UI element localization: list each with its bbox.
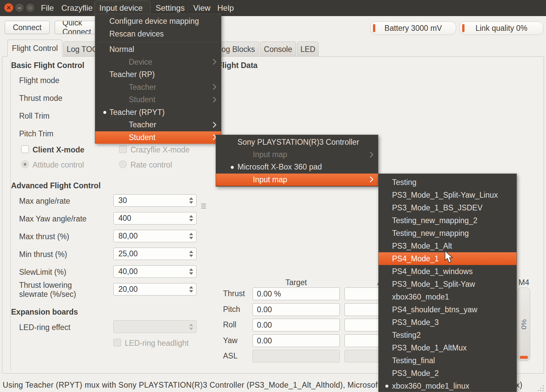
advanced-row-spinbox[interactable]: 25,00 xyxy=(113,248,197,260)
menu-item-ps3-mode-1-split-yaw[interactable]: PS3_Mode_1_Split-Yaw xyxy=(379,278,516,290)
menu-item-student[interactable]: Student xyxy=(95,131,221,144)
menu-item-microsoft-x-box-360-pad[interactable]: Microsoft X-Box 360 pad xyxy=(216,161,378,173)
input-device-menu: Configure device mappingRescan devicesNo… xyxy=(95,13,221,143)
menu-item-label: Teacher (RPYT) xyxy=(109,108,165,117)
menu-item-sony-playstation-r-3-controller[interactable]: Sony PLAYSTATION(R)3 Controller xyxy=(216,136,378,148)
roll-trim-label: Roll Trim xyxy=(19,112,50,121)
close-icon[interactable]: ✕ xyxy=(4,3,13,12)
flight-data-heading: Flight Data xyxy=(218,61,258,70)
selected-bullet-icon xyxy=(103,111,106,114)
menu-item-testing-final[interactable]: Testing_final xyxy=(379,354,516,367)
spin-up-icon[interactable] xyxy=(189,286,193,288)
spin-down-icon[interactable] xyxy=(189,219,193,221)
advanced-row-label: Max angle/rate xyxy=(19,197,70,206)
spin-up-icon[interactable] xyxy=(189,233,193,235)
flight-mode-label: Flight mode xyxy=(19,76,59,85)
menu-item-configure-device-mapping[interactable]: Configure device mapping xyxy=(95,15,221,28)
menu-item-label: Rescan devices xyxy=(109,29,164,39)
menu-item-teacher-rp-[interactable]: Teacher (RP) xyxy=(95,68,221,81)
menu-item-label: Input map xyxy=(253,175,287,184)
menu-item-testing-new-mapping[interactable]: Testing_new_mapping xyxy=(379,227,516,240)
spin-up-icon[interactable] xyxy=(189,251,193,253)
menu-item-xbox360-mode1-linux[interactable]: xbox360_mode1_linux xyxy=(379,380,516,392)
menu-crazyflie[interactable]: Crazyflie xyxy=(57,0,97,16)
spinbox-value: 25,00 xyxy=(118,249,138,258)
fd-target-field-thrust[interactable]: 0.00 % xyxy=(253,287,340,300)
menu-item-input-map: Input map xyxy=(216,148,378,161)
tab-flight-control[interactable]: Flight Control xyxy=(7,40,62,57)
menu-item-xbox360-mode1[interactable]: xbox360_mode1 xyxy=(379,290,516,303)
advanced-row-spinbox[interactable]: 400 xyxy=(113,212,197,224)
menu-item-rescan-devices[interactable]: Rescan devices xyxy=(95,28,221,41)
spinbox-value: 80,00 xyxy=(118,232,138,241)
menu-file[interactable]: File xyxy=(37,0,58,16)
menu-item-label: Device xyxy=(129,58,152,67)
menu-item-label: Input map xyxy=(253,150,287,159)
menu-item-ps4-shoulder-btns-yaw[interactable]: PS4_shoulder_btns_yaw xyxy=(379,303,516,316)
menu-item-label: Teacher xyxy=(129,83,156,92)
menu-item-label: Testing_new_mapping_2 xyxy=(392,216,477,225)
spinbox-value: 30 xyxy=(118,196,127,205)
advanced-row-spinbox[interactable]: 40,00 xyxy=(113,265,197,278)
spin-down-icon[interactable] xyxy=(189,201,193,204)
menu-item-ps3-mode-3[interactable]: PS3_Mode_3 xyxy=(379,316,516,329)
advanced-row-spinbox[interactable]: 20,00 xyxy=(113,283,197,296)
spin-up-icon[interactable] xyxy=(189,268,193,271)
spin-up-icon[interactable] xyxy=(189,197,193,200)
menu-item-ps3-mode-1-split-yaw-linux[interactable]: PS3_Mode_1_Split-Yaw_Linux xyxy=(379,189,516,201)
crazyflie-xmode-checkbox xyxy=(119,145,127,153)
led-ring-headlight-label: LED-ring headlight xyxy=(125,339,189,348)
menu-item-label: PS4_Mode_1_windows xyxy=(392,267,473,276)
spin-up-icon xyxy=(189,324,193,326)
fd-row-label-pitch: Pitch xyxy=(223,305,240,314)
attitude-control-label: Attitude control xyxy=(33,160,84,170)
menu-item-ps3-mode-1-bs-jsdev[interactable]: PS3_Mode_1_BS_JSDEV xyxy=(379,201,516,214)
led-ring-effect-label: LED-ring effect xyxy=(19,323,70,332)
spin-down-icon[interactable] xyxy=(189,237,193,239)
tab-led[interactable]: LED xyxy=(297,42,319,57)
spin-down-icon[interactable] xyxy=(189,255,193,257)
splitter-handle[interactable] xyxy=(201,206,206,206)
spin-down-icon[interactable] xyxy=(189,290,193,292)
menu-item-label: PS3_Mode_1_BS_JSDEV xyxy=(392,203,483,212)
menu-item-ps3-mode-2[interactable]: PS3_Mode_2 xyxy=(379,367,516,380)
spinbox-value: 40,00 xyxy=(118,267,138,276)
menu-item-ps4-mode-1-windows[interactable]: PS4_Mode_1_windows xyxy=(379,265,516,278)
client-xmode-checkbox[interactable] xyxy=(21,145,29,153)
menu-item-teacher-rpyt-[interactable]: Teacher (RPYT) xyxy=(95,106,221,119)
menu-item-testing2[interactable]: Testing2 xyxy=(379,329,516,341)
fd-target-field-roll[interactable]: 0.00 xyxy=(253,319,340,331)
splitter-handle[interactable] xyxy=(201,208,206,208)
motor-m4-label: M4 xyxy=(516,278,532,287)
led-ring-headlight-checkbox xyxy=(113,339,121,346)
fd-row-label-asl: ASL xyxy=(223,351,237,361)
menu-item-label: xbox360_mode1 xyxy=(392,292,449,302)
menu-item-normal[interactable]: Normal xyxy=(95,43,221,56)
splitter-handle[interactable] xyxy=(201,204,206,204)
scroll-area-border xyxy=(10,59,11,371)
attitude-control-radio xyxy=(21,160,29,168)
menu-item-label: xbox360_mode1_linux xyxy=(392,382,469,391)
spin-up-icon[interactable] xyxy=(189,215,193,217)
menu-item-device: Device xyxy=(95,56,221,69)
maximize-icon[interactable]: □ xyxy=(25,3,35,12)
menu-item-testing[interactable]: Testing xyxy=(379,176,516,189)
menu-item-teacher[interactable]: Teacher xyxy=(95,119,221,131)
connect-button[interactable]: Connect xyxy=(5,21,50,34)
fd-target-field-yaw[interactable]: 0.00 xyxy=(253,334,340,347)
tab-console[interactable]: Console xyxy=(260,42,296,57)
menu-item-input-map[interactable]: Input map xyxy=(216,174,378,186)
menu-item-label: PS3_Mode_1_Split-Yaw xyxy=(392,280,475,289)
fd-target-field-pitch[interactable]: 0.00 xyxy=(253,303,340,316)
advanced-row-spinbox[interactable]: 80,00 xyxy=(113,230,197,242)
fd-row-label-roll: Roll xyxy=(223,320,236,329)
menu-item-testing-new-mapping-2[interactable]: Testing_new_mapping_2 xyxy=(379,214,516,227)
menu-item-label: PS3_Mode_1_AltMux xyxy=(392,343,467,352)
link-quality-label: Link quality 0% xyxy=(476,24,528,33)
menu-item-label: Configure device mapping xyxy=(109,17,199,26)
minimize-icon[interactable]: – xyxy=(15,3,24,12)
crazyflie-xmode-label: Crazyflie X-mode xyxy=(130,145,189,154)
spin-down-icon[interactable] xyxy=(189,272,193,275)
menu-item-ps3-mode-1-altmux[interactable]: PS3_Mode_1_AltMux xyxy=(379,341,516,354)
advanced-row-spinbox[interactable]: 30 xyxy=(113,194,197,207)
